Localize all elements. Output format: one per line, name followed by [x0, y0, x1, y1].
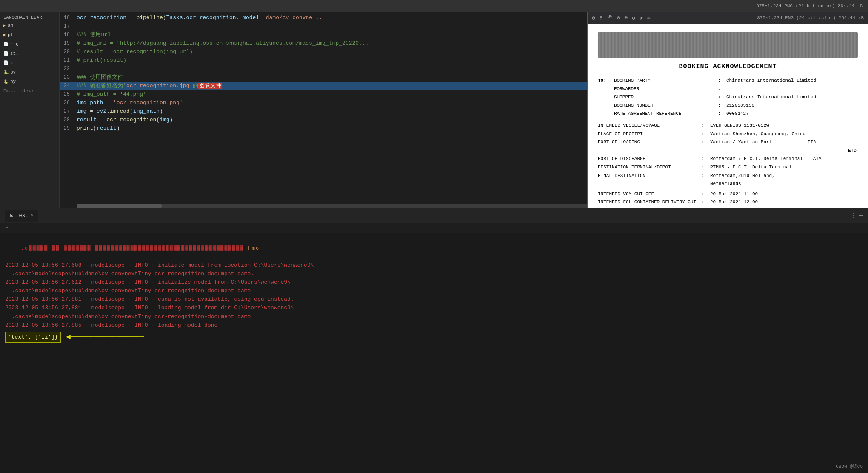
field-key: PORT OF LOADING: [598, 139, 700, 146]
top-bar: 875×1,234 PNG (24-bit color) 264.44 kB: [0, 0, 868, 12]
sidebar-item-xt[interactable]: 📄 xt: [0, 58, 59, 68]
line-number: 16: [60, 14, 77, 22]
colon: :: [702, 172, 708, 180]
code-line-20: 20 # result = ocr_recognition(img_url): [60, 48, 587, 56]
line-content: ### 确准备好名为'ocr_recognition.jpg'的图像文件: [77, 82, 587, 90]
field-key: BOOKING NUMBER: [614, 102, 716, 110]
line-content: ocr_recognition = pipeline(Tasks.ocr_rec…: [77, 14, 587, 22]
image-icons: ⚙ ⊞ 👁 ⊖ ⊕ ↺ ★ ✏: [592, 14, 651, 21]
eta-label: ETA: [808, 139, 816, 146]
file-icon: 🐍: [3, 79, 9, 84]
field-val: 2120383130: [726, 102, 754, 110]
line-content: # img_url = 'http://duguang-labelling.os…: [77, 39, 587, 48]
booking-field-loading: PORT OF LOADING : Yantian / Yantian Port…: [598, 139, 858, 146]
colon: :: [718, 102, 725, 110]
line-content: ### 使用url: [77, 31, 587, 39]
to-fields: BOOKING PARTY : Chinatrans International…: [614, 77, 816, 119]
split-icon[interactable]: ⊞: [600, 14, 603, 21]
eye-icon[interactable]: 👁: [607, 14, 613, 21]
terminal-output: .c▓▓▓▓▓ ▓▓ ▓▓▓▓▓▓▓ ▓▓▓▓▓▓▓▓▓▓▓▓▓▓▓▓▓▓▓▓▓…: [0, 233, 868, 473]
image-preview-panel: ⚙ ⊞ 👁 ⊖ ⊕ ↺ ★ ✏ 875×1,234 PNG (24-bit co…: [587, 12, 868, 208]
line-content: result = ocr_recognition(img): [77, 116, 587, 124]
voyage-section: INTENDED VESSEL/VOYAGE : EVER GENIUS 113…: [598, 122, 858, 188]
minimize-icon[interactable]: —: [859, 212, 863, 219]
sidebar-item-ex[interactable]: Ex... librar: [0, 86, 59, 96]
field-key: INTENDED FCL CONTAINER DELIVERY CUT-OFF: [598, 199, 700, 208]
line-number: 21: [60, 56, 77, 65]
horizontal-scrollbar[interactable]: [77, 204, 587, 208]
image-info: 875×1,234 PNG (24-bit color) 264.44 kB: [756, 3, 863, 9]
booking-field-receipt: PLACE OF RECEIPT : Yantian,Shenzhen, Gua…: [598, 131, 858, 138]
line-number: 27: [60, 107, 77, 116]
ata-label: ATA: [813, 155, 822, 163]
terminal-dot[interactable]: •: [5, 225, 9, 231]
sidebar-item-pt[interactable]: ▶ pt: [0, 30, 59, 40]
sidebar-item-st[interactable]: 📄 st..: [0, 49, 59, 58]
line-content: # print(result): [77, 56, 587, 65]
code-line-18: 18 ### 使用url: [60, 31, 587, 39]
sidebar-item-an[interactable]: ▶ an: [0, 21, 59, 30]
terminal-more-actions: ⋮ —: [850, 212, 863, 219]
zoom-out-icon[interactable]: ⊖: [617, 14, 620, 21]
field-val: 00001427: [726, 110, 749, 118]
to-label: TO:: [598, 77, 611, 119]
booking-field-discharge: PORT OF DISCHARGE : Rotterdam / E.C.T. D…: [598, 155, 858, 163]
field-key: BOOKING PARTY: [614, 77, 716, 85]
code-line-27: 27 img = cv2.imread(img_path): [60, 107, 587, 116]
booking-document: BOOKING ACKNOWLEDGEMENT TO: BOOKING PART…: [588, 24, 868, 208]
code-line-22: 22: [60, 65, 587, 73]
field-val: 20 Mar 2021 11:00: [710, 191, 758, 198]
line-number: 19: [60, 39, 77, 48]
file-icon: 📄: [3, 51, 9, 56]
more-icon[interactable]: ⋮: [850, 212, 856, 219]
terminal-line-7: .cache\modelscope\hub\damo\cv_convnextTi…: [5, 313, 863, 321]
settings-icon[interactable]: ⚙: [592, 14, 595, 21]
field-key: PORT OF DISCHARGE: [598, 155, 700, 163]
field-key: DESTINATION TERMINAL/DEPOT: [598, 164, 700, 171]
line-number: 29: [60, 124, 77, 133]
booking-title: BOOKING ACKNOWLEDGEMENT: [598, 63, 858, 70]
terminal-tabs: ⊡ test × ⋮ —: [0, 208, 868, 223]
sidebar-item-label: py: [10, 70, 16, 75]
sidebar-item-label: pt: [8, 32, 13, 37]
code-line-16: 16 ocr_recognition = pipeline(Tasks.ocr_…: [60, 14, 587, 22]
booking-field-fcl: INTENDED FCL CONTAINER DELIVERY CUT-OFF …: [598, 199, 858, 208]
star-icon[interactable]: ★: [640, 14, 643, 21]
sidebar-item-rc[interactable]: 📄 r_c: [0, 40, 59, 49]
zoom-in-icon[interactable]: ⊕: [624, 14, 628, 21]
code-editor: 16 ocr_recognition = pipeline(Tasks.ocr_…: [60, 12, 587, 208]
booking-field-final-dest: FINAL DESTINATION : Rotterdam,Zuid-Holla…: [598, 172, 858, 180]
scrollbar-thumb[interactable]: [77, 204, 162, 208]
field-key: FORWARDER: [614, 85, 716, 93]
field-val: Rotterdam,Zuid-Holland,: [710, 172, 775, 180]
terminal-tab-test[interactable]: ⊡ test ×: [5, 210, 38, 222]
code-line-19: 19 # img_url = 'http://duguang-labelling…: [60, 39, 587, 48]
tab-close-button[interactable]: ×: [31, 213, 33, 218]
colon: :: [702, 155, 708, 163]
code-line-29: 29 print(result): [60, 124, 587, 133]
booking-field-etd: ETD: [598, 147, 858, 155]
cutoff-section: INTENDED VGM CUT-OFF : 20 Mar 2021 11:00…: [598, 191, 858, 208]
field-val: Yantian / Yantian Port: [710, 139, 772, 146]
code-line-24: 24 ### 确准备好名为'ocr_recognition.jpg'的图像文件: [60, 82, 587, 90]
pencil-icon[interactable]: ✏: [647, 14, 651, 21]
colon: :: [702, 122, 708, 130]
terminal-result-box: 'text': ['Ii']}: [5, 332, 61, 343]
sidebar-item-label: r_c: [10, 42, 19, 47]
line-content: # img_path = '44.png': [77, 90, 587, 99]
colon: :: [718, 77, 725, 85]
field-val: 20 Mar 2021 12:00: [710, 199, 758, 208]
colon: [702, 180, 708, 188]
booking-field-vessel: INTENDED VESSEL/VOYAGE : EVER GENIUS 113…: [598, 122, 858, 130]
line-number: 25: [60, 90, 77, 99]
field-val: Chinatrans International Limited: [726, 94, 816, 101]
rotate-icon[interactable]: ↺: [632, 14, 635, 21]
field-key: [598, 147, 700, 155]
booking-field-terminal: DESTINATION TERMINAL/DEPOT : RTM05 - E.C…: [598, 164, 858, 171]
booking-field-shipper: SHIPPER : Chinatrans International Limit…: [614, 94, 816, 101]
colon: :: [718, 85, 725, 93]
etd-label: ETD: [848, 147, 857, 155]
sidebar-item-py2[interactable]: 🐍 py: [0, 77, 59, 86]
sidebar-item-label: xt: [10, 60, 16, 66]
sidebar-item-py1[interactable]: 🐍 py: [0, 68, 59, 77]
